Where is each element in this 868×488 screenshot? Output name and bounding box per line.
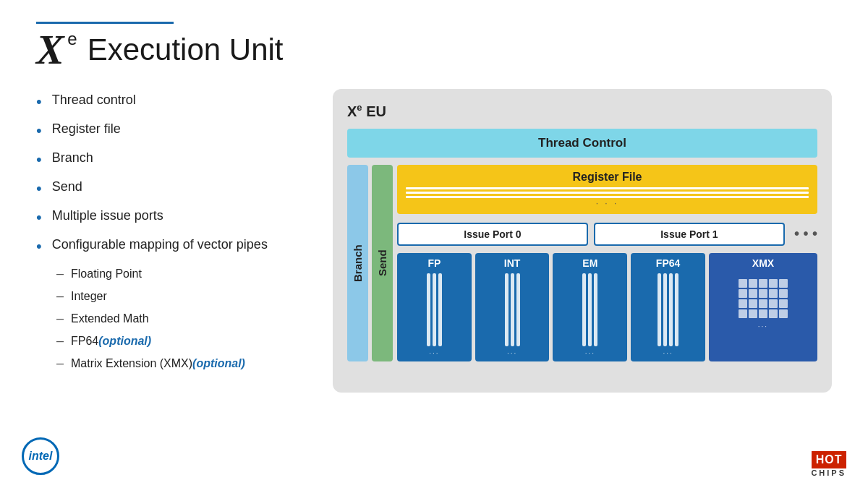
sub-item-fp64: – FP64 (optional) [56,333,311,348]
ports-section: Register File · · · Issue Port 0 Issue P… [397,165,817,361]
xmx-cell [759,309,767,318]
bullet-dot: • [36,208,42,227]
bullet-dot: • [36,93,42,111]
bullet-dot: • [36,121,42,140]
xmx-cell [779,279,788,288]
reg-line-2 [406,192,809,194]
sub-dash: – [56,333,64,348]
sub-items-list: – Floating Point – Integer – Extended Ma… [56,266,311,371]
xmx-cell [739,279,747,288]
xmx-cell [779,289,788,298]
xmx-grid [736,276,791,321]
slide: Xe Execution Unit • Thread control • Reg… [0,0,868,488]
diagram-xe-super: e [357,102,362,113]
fp64-pipe: FP64 ··· [631,253,705,361]
diagram-eu: EU [362,103,386,119]
sub-item-extended-math: – Extended Math [56,311,311,326]
int-pipe-label: INT [504,257,521,269]
hot-chips-box: H O T [812,451,846,468]
em-pipe-label: EM [582,257,597,269]
xmx-cell [759,279,767,288]
fp-pipe-line-3 [438,273,442,346]
xe-letter: X [36,26,64,73]
fp64-pipe-line-3 [669,273,673,346]
fp64-pipe-line-4 [675,273,678,346]
vertical-labels: Branch Send [347,165,393,361]
sub-item-integer: – Integer [56,288,311,304]
sub-fp64-text: FP64 [71,335,98,348]
sub-extended-math-text: Extended Math [71,312,149,325]
bullet-multiple-issue: • Multiple issue ports [36,208,311,227]
hot-chips-t: T [835,453,842,466]
em-pipe-line-3 [594,273,597,346]
xmx-cell [769,289,778,298]
xmx-cell [739,299,747,308]
top-accent-line [36,22,174,24]
bullet-dot: • [36,150,42,169]
sub-dash: – [56,288,64,304]
int-pipe-lines [505,273,520,346]
bullet-dot: • [36,237,42,256]
fp64-pipe-dots: ··· [663,349,673,357]
bullet-send: • Send [36,179,311,198]
int-pipe-dots: ··· [507,349,517,357]
register-file-label: Register File [406,171,809,184]
header: Xe Execution Unit [36,29,832,71]
register-file-lines [406,187,809,198]
intel-text: intel [29,450,53,463]
fp-pipe-lines [427,273,442,346]
int-pipe-line-2 [511,273,514,346]
bullet-dot: • [36,179,42,198]
bullet-multiple-issue-text: Multiple issue ports [52,208,163,223]
fp-pipe: FP ··· [397,253,472,361]
xmx-cell [749,309,757,318]
sub-dash: – [56,356,64,371]
sub-xmx-text: Matrix Extension (XMX) [71,357,192,370]
em-pipe-line-1 [582,273,586,346]
fp64-pipe-label: FP64 [656,257,680,269]
sub-fp-text: Floating Point [71,267,142,281]
bullet-register-file-text: Register file [52,121,121,137]
fp-pipe-label: FP [427,257,441,269]
xmx-block: XMX [709,253,817,361]
xmx-cell [749,289,757,298]
content-area: • Thread control • Register file • Branc… [36,89,832,393]
chips-text: CHIPS [811,468,846,477]
hot-chips-o: O [825,453,833,466]
xmx-cell [769,299,778,308]
em-pipe-dots: ··· [585,349,595,357]
branch-vertical-label: Branch [347,165,368,361]
bullet-configurable-text: Configurable mapping of vector pipes [52,237,268,252]
em-pipe-line-2 [588,273,592,346]
pipes-row: FP ··· INT [397,253,817,361]
xmx-cell [779,299,788,308]
fp-pipe-line-2 [433,273,436,346]
xmx-cell [769,309,778,318]
reg-dots: · · · [406,198,809,208]
int-pipe: INT ··· [475,253,550,361]
int-pipe-line-3 [516,273,520,346]
xmx-cell [779,309,788,318]
em-pipe: EM ··· [553,253,627,361]
diagram-xe: X [347,103,357,119]
intel-circle: intel [22,437,59,475]
reg-line-1 [406,187,809,189]
xmx-cell [769,279,778,288]
xmx-cell [759,299,767,308]
fp-pipe-line-1 [427,273,430,346]
xmx-cell [739,309,747,318]
fp64-pipe-line-2 [663,273,667,346]
sub-item-fp: – Floating Point [56,266,311,281]
sub-dash: – [56,266,64,281]
page-title: Execution Unit [88,33,284,67]
fp64-pipe-line-1 [658,273,661,346]
diagram-title: Xe EU [347,102,817,120]
bullet-register-file: • Register file [36,121,311,140]
bullet-thread-control: • Thread control [36,93,311,111]
sub-dash: – [56,311,64,326]
bullet-list: • Thread control • Register file • Branc… [36,89,311,393]
bullet-thread-control-text: Thread control [52,93,136,108]
fp64-pipe-lines [658,273,678,346]
bullet-send-text: Send [52,179,82,194]
diagram-body: Branch Send Register File · · · [347,165,817,361]
